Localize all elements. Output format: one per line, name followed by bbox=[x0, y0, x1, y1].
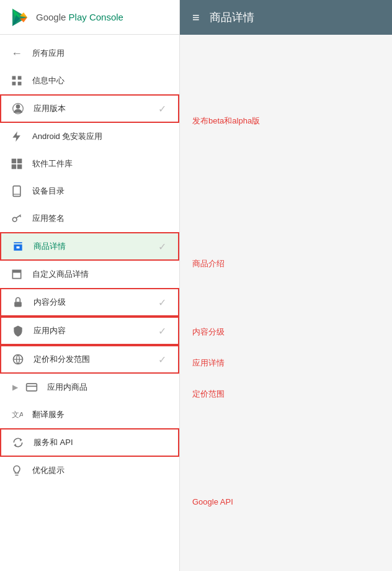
software-library-label: 软件工件库 bbox=[32, 158, 169, 169]
logo-text: Google Play Console bbox=[36, 12, 123, 22]
svg-rect-7 bbox=[12, 82, 16, 86]
sidebar-item-android-instant[interactable]: Android 免安装应用 bbox=[0, 123, 179, 150]
sidebar-header: Google Play Console bbox=[0, 0, 179, 35]
svg-marker-27 bbox=[20, 438, 22, 441]
content-rating-check-icon: ✓ bbox=[156, 296, 168, 308]
sidebar-item-software-library[interactable]: 软件工件库 bbox=[0, 150, 179, 178]
library-icon bbox=[10, 157, 24, 171]
svg-rect-12 bbox=[17, 159, 22, 163]
sidebar-item-pricing[interactable]: 定价和分发范围 ✓ bbox=[0, 345, 179, 374]
app-version-label: 应用版本 bbox=[33, 103, 156, 114]
svg-rect-11 bbox=[12, 159, 17, 163]
sidebar-item-services-api[interactable]: 服务和 API bbox=[0, 428, 179, 457]
services-api-label: 服务和 API bbox=[33, 437, 168, 448]
google-play-logo-icon bbox=[10, 7, 30, 27]
svg-rect-14 bbox=[17, 164, 22, 169]
annotation-google-api: Google API bbox=[192, 497, 233, 506]
product-details-label: 商品详情 bbox=[33, 241, 156, 252]
content-rating-label: 内容分级 bbox=[33, 297, 156, 308]
store-icon bbox=[11, 240, 25, 253]
bulb-icon bbox=[10, 464, 24, 477]
app-content-label: 应用内容 bbox=[33, 325, 156, 336]
annotation-content-rating: 内容分级 bbox=[192, 326, 225, 338]
sidebar-item-info-center[interactable]: 信息中心 bbox=[0, 67, 179, 94]
hamburger-icon[interactable]: ≡ bbox=[192, 11, 200, 25]
svg-rect-6 bbox=[18, 76, 22, 80]
android-instant-label: Android 免安装应用 bbox=[32, 131, 169, 142]
product-details-check-icon: ✓ bbox=[156, 240, 168, 253]
sidebar-item-app-version[interactable]: 应用版本 ✓ bbox=[0, 94, 179, 123]
sidebar-item-device-catalog[interactable]: 设备目录 bbox=[0, 178, 179, 205]
key-icon bbox=[10, 212, 24, 225]
sidebar-item-app-content[interactable]: 应用内容 ✓ bbox=[0, 317, 179, 345]
all-apps-label: 所有应用 bbox=[32, 48, 169, 59]
svg-rect-8 bbox=[18, 82, 22, 86]
svg-rect-21 bbox=[14, 302, 22, 307]
back-arrow-icon: ← bbox=[10, 47, 24, 60]
sidebar-item-in-app-products[interactable]: ▶ 应用内商品 bbox=[0, 374, 179, 401]
custom-product-label: 自定义商品详情 bbox=[32, 269, 169, 280]
pricing-check-icon: ✓ bbox=[156, 353, 168, 366]
svg-line-19 bbox=[20, 216, 21, 217]
svg-rect-13 bbox=[12, 164, 17, 169]
annotation-beta-alpha: 发布beta和alpha版 bbox=[192, 115, 260, 127]
device-icon bbox=[10, 184, 24, 198]
annotation-pricing-range: 定价范围 bbox=[192, 389, 225, 400]
bolt-icon bbox=[10, 130, 24, 143]
translate-icon: 文A bbox=[10, 408, 24, 421]
info-center-label: 信息中心 bbox=[32, 75, 169, 86]
shield-icon bbox=[11, 324, 25, 338]
translate-label: 翻译服务 bbox=[32, 409, 169, 420]
svg-marker-28 bbox=[14, 444, 16, 447]
sidebar: Google Play Console ← 所有应用 信息中心 应用版本 ✓ bbox=[0, 0, 180, 571]
creditcard-icon bbox=[25, 380, 38, 394]
sidebar-item-optimization[interactable]: 优化提示 bbox=[0, 457, 179, 484]
sidebar-item-app-signing[interactable]: 应用签名 bbox=[0, 205, 179, 232]
svg-text:文A: 文A bbox=[12, 410, 23, 418]
main-body: 发布beta和alpha版 商品介绍 内容分级 应用详情 定价范围 Google… bbox=[180, 35, 392, 571]
main-header: ≡ 商品详情 bbox=[180, 0, 392, 35]
expand-arrow-icon: ▶ bbox=[10, 382, 20, 392]
app-signing-label: 应用签名 bbox=[32, 213, 169, 224]
svg-rect-15 bbox=[13, 186, 20, 197]
annotation-product-intro: 商品介绍 bbox=[192, 258, 225, 269]
in-app-products-label: 应用内商品 bbox=[47, 382, 169, 393]
svg-point-17 bbox=[12, 217, 17, 222]
lock-icon bbox=[11, 295, 25, 309]
main-content: ≡ 商品详情 发布beta和alpha版 商品介绍 内容分级 应用详情 定价范围… bbox=[180, 0, 392, 571]
sidebar-item-content-rating[interactable]: 内容分级 ✓ bbox=[0, 288, 179, 317]
pricing-label: 定价和分发范围 bbox=[33, 354, 156, 365]
svg-rect-5 bbox=[12, 76, 16, 80]
page-title: 商品详情 bbox=[210, 10, 254, 25]
annotation-app-details: 应用详情 bbox=[192, 357, 225, 369]
globe-icon bbox=[11, 353, 25, 366]
sidebar-item-custom-product[interactable]: 自定义商品详情 bbox=[0, 261, 179, 288]
sidebar-item-all-apps[interactable]: ← 所有应用 bbox=[0, 40, 179, 67]
person-circle-icon bbox=[11, 102, 25, 115]
store-outline-icon bbox=[10, 268, 24, 281]
device-catalog-label: 设备目录 bbox=[32, 186, 169, 197]
sidebar-item-product-details[interactable]: 商品详情 ✓ bbox=[0, 232, 179, 261]
svg-rect-20 bbox=[17, 246, 20, 248]
grid-icon bbox=[10, 74, 24, 88]
svg-rect-24 bbox=[27, 384, 37, 391]
sync-icon bbox=[11, 436, 25, 449]
sidebar-item-translate[interactable]: 文A 翻译服务 bbox=[0, 401, 179, 428]
app-version-check-icon: ✓ bbox=[156, 102, 168, 115]
svg-point-9 bbox=[16, 104, 20, 109]
app-content-check-icon: ✓ bbox=[156, 325, 168, 337]
sidebar-nav: ← 所有应用 信息中心 应用版本 ✓ Android 免安装应用 bbox=[0, 35, 179, 571]
optimization-label: 优化提示 bbox=[32, 465, 169, 476]
